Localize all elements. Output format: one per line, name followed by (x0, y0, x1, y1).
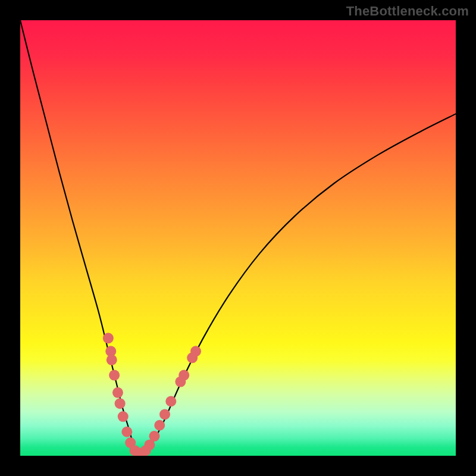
chart-frame: TheBottleneck.com (0, 0, 476, 476)
data-point (159, 409, 170, 419)
data-points (103, 333, 201, 456)
data-point (115, 398, 126, 409)
data-point (190, 346, 201, 356)
plot-area (20, 20, 456, 456)
data-point (149, 431, 159, 441)
data-point (107, 355, 117, 365)
data-point (109, 370, 120, 381)
watermark-text: TheBottleneck.com (346, 4, 469, 19)
bottleneck-curve (20, 20, 456, 455)
data-point (178, 370, 189, 381)
data-point (121, 427, 132, 437)
data-point (165, 396, 176, 407)
data-point (112, 387, 123, 398)
data-point (103, 333, 114, 343)
data-point (154, 420, 165, 431)
chart-svg (20, 20, 456, 456)
data-point (118, 411, 129, 422)
